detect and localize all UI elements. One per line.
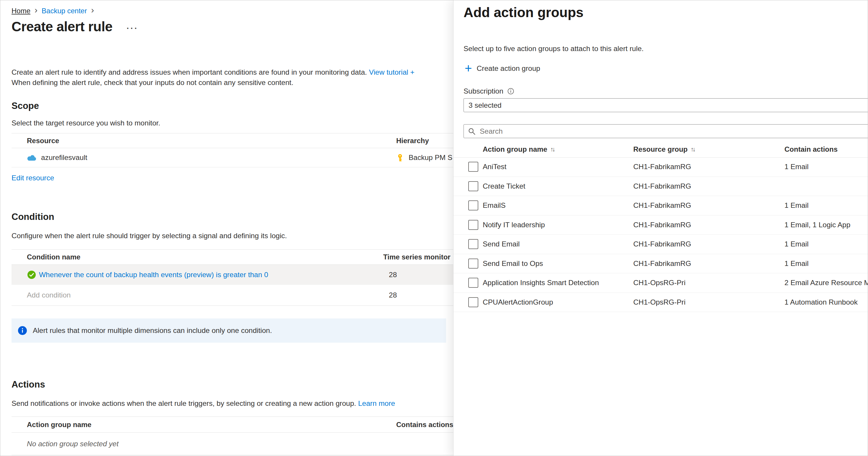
- action-groups-table-body: AniTest CH1-FabrikamRG 1 Email Create Ti…: [454, 157, 868, 312]
- info-banner: Alert rules that monitor multiple dimens…: [11, 319, 446, 343]
- col-action-group-name[interactable]: Action group name ↑↓: [483, 145, 554, 154]
- view-tutorial-link[interactable]: View tutorial +: [369, 68, 414, 76]
- action-group-row[interactable]: Send Email to Ops CH1-FabrikamRG 1 Email: [454, 254, 868, 273]
- search-box[interactable]: [464, 124, 868, 138]
- action-group-resource-group: CH1-FabrikamRG: [633, 163, 691, 171]
- info-tooltip-icon[interactable]: [507, 88, 514, 94]
- breadcrumb-backup-center-link[interactable]: Backup center: [42, 7, 87, 15]
- condition-description: Configure when the alert rule should tri…: [11, 232, 287, 240]
- page-title: Create alert rule: [11, 19, 113, 35]
- col-action-group-name-label: Action group name: [483, 145, 547, 154]
- condition-table-header: Condition name Time series monitor: [11, 250, 453, 265]
- condition-link[interactable]: Whenever the count of backup health even…: [39, 271, 268, 279]
- action-group-row[interactable]: Create Ticket CH1-FabrikamRG: [454, 177, 868, 196]
- success-check-icon: [27, 271, 36, 279]
- action-group-resource-group: CH1-FabrikamRG: [633, 182, 691, 190]
- subscription-dropdown[interactable]: 3 selected: [464, 98, 868, 112]
- add-condition-button[interactable]: Add condition: [27, 291, 70, 299]
- subscription-label: Subscription: [464, 87, 503, 95]
- col-contain-actions: Contain actions: [784, 145, 838, 154]
- scope-table: Resource Hierarchy azurefilesvault Backu…: [11, 133, 453, 167]
- action-group-checkbox[interactable]: [468, 239, 478, 249]
- learn-more-link[interactable]: Learn more: [358, 399, 395, 407]
- action-group-name: EmailS: [483, 201, 506, 209]
- vault-cloud-icon: [27, 154, 36, 161]
- action-groups-table-header: Action group name ↑↓ Resource group ↑↓ C…: [454, 141, 868, 158]
- actions-col-name: Action group name: [27, 421, 92, 429]
- actions-heading: Actions: [11, 379, 45, 390]
- actions-table: Action group name Contains actions No ac…: [11, 417, 453, 455]
- add-action-groups-panel: Add action groups Select up to five acti…: [453, 0, 868, 456]
- condition-time-series-value: 28: [389, 271, 397, 279]
- panel-subtitle: Select up to five action groups to attac…: [464, 44, 644, 53]
- action-group-row[interactable]: AniTest CH1-FabrikamRG 1 Email: [454, 157, 868, 177]
- action-group-row[interactable]: Notify IT leadership CH1-FabrikamRG 1 Em…: [454, 216, 868, 235]
- hierarchy-value: Backup PM S: [409, 154, 452, 162]
- condition-col-name: Condition name: [27, 253, 80, 261]
- create-alert-rule-screen: Home › Backup center › Create alert rule…: [0, 0, 868, 456]
- action-group-row[interactable]: EmailS CH1-FabrikamRG 1 Email: [454, 196, 868, 216]
- condition-col-time-series: Time series monitor: [383, 253, 451, 261]
- chevron-right-icon: ›: [35, 6, 37, 16]
- action-group-checkbox[interactable]: [468, 297, 478, 307]
- scope-heading: Scope: [11, 101, 39, 111]
- scope-resource-row[interactable]: azurefilesvault Backup PM S: [11, 148, 453, 167]
- action-group-name: Create Ticket: [483, 182, 525, 190]
- chevron-right-icon: ›: [91, 6, 94, 16]
- panel-title: Add action groups: [464, 4, 583, 20]
- create-action-group-button[interactable]: + Create action group: [465, 63, 540, 73]
- action-group-name: Send Email: [483, 240, 520, 248]
- intro-text: Create an alert rule to identify and add…: [11, 67, 414, 88]
- condition-table: Condition name Time series monitor Whene…: [11, 250, 453, 306]
- action-group-checkbox[interactable]: [468, 220, 478, 230]
- page-title-row: Create alert rule ···: [11, 19, 138, 35]
- info-banner-text: Alert rules that monitor multiple dimens…: [33, 326, 272, 335]
- action-group-row[interactable]: Application Insights Smart Detection CH1…: [454, 273, 868, 293]
- intro-line2: When defining the alert rule, check that…: [11, 77, 414, 88]
- action-group-name: CPUAlertActionGroup: [483, 298, 553, 306]
- add-condition-time-series-value: 28: [389, 291, 397, 299]
- no-action-group-message: No action group selected yet: [27, 440, 119, 448]
- action-group-name: AniTest: [483, 163, 506, 171]
- actions-col-contains: Contains actions: [396, 421, 453, 429]
- col-resource-group[interactable]: Resource group ↑↓: [633, 145, 694, 154]
- sort-icon: ↑↓: [547, 146, 554, 153]
- scope-description: Select the target resource you wish to m…: [11, 119, 160, 127]
- more-options-button[interactable]: ···: [127, 20, 138, 33]
- condition-row[interactable]: Whenever the count of backup health even…: [11, 265, 453, 285]
- action-group-checkbox[interactable]: [468, 200, 478, 210]
- action-group-resource-group: CH1-OpsRG-Pri: [633, 298, 686, 306]
- breadcrumb: Home › Backup center ›: [11, 6, 94, 16]
- col-resource-group-label: Resource group: [633, 145, 688, 154]
- edit-resource-link[interactable]: Edit resource: [11, 174, 54, 182]
- scope-col-resource: Resource: [27, 137, 59, 145]
- search-input[interactable]: [479, 127, 868, 136]
- action-group-checkbox[interactable]: [468, 162, 478, 172]
- subscription-dropdown-value: 3 selected: [469, 101, 502, 109]
- action-group-resource-group: CH1-FabrikamRG: [633, 221, 691, 229]
- action-group-row[interactable]: Send Email CH1-FabrikamRG 1 Email: [454, 235, 868, 254]
- actions-empty-row: No action group selected yet: [11, 433, 453, 455]
- action-group-name: Notify IT leadership: [483, 221, 545, 229]
- create-action-group-label: Create action group: [477, 64, 540, 73]
- condition-heading: Condition: [11, 211, 54, 222]
- subscription-key-icon: [396, 154, 404, 162]
- breadcrumb-home-link[interactable]: Home: [11, 7, 30, 15]
- action-group-checkbox[interactable]: [468, 278, 478, 288]
- subscription-label-row: Subscription: [464, 87, 514, 95]
- action-group-checkbox[interactable]: [468, 181, 478, 191]
- actions-description: Send notifications or invoke actions whe…: [11, 399, 395, 408]
- action-group-row[interactable]: CPUAlertActionGroup CH1-OpsRG-Pri 1 Auto…: [454, 293, 868, 312]
- action-group-resource-group: CH1-FabrikamRG: [633, 259, 691, 268]
- add-condition-row: Add condition 28: [11, 285, 453, 306]
- intro-line1: Create an alert rule to identify and add…: [11, 68, 367, 76]
- action-group-resource-group: CH1-FabrikamRG: [633, 201, 691, 209]
- action-group-contains: 1 Email, 1 Logic App: [784, 221, 850, 229]
- action-group-name: Application Insights Smart Detection: [483, 279, 599, 287]
- action-group-name: Send Email to Ops: [483, 259, 543, 268]
- action-group-contains: 2 Email Azure Resource M: [784, 279, 868, 287]
- search-icon: [468, 128, 476, 135]
- scope-table-header: Resource Hierarchy: [11, 133, 453, 148]
- action-group-checkbox[interactable]: [468, 259, 478, 269]
- plus-icon: +: [465, 63, 472, 73]
